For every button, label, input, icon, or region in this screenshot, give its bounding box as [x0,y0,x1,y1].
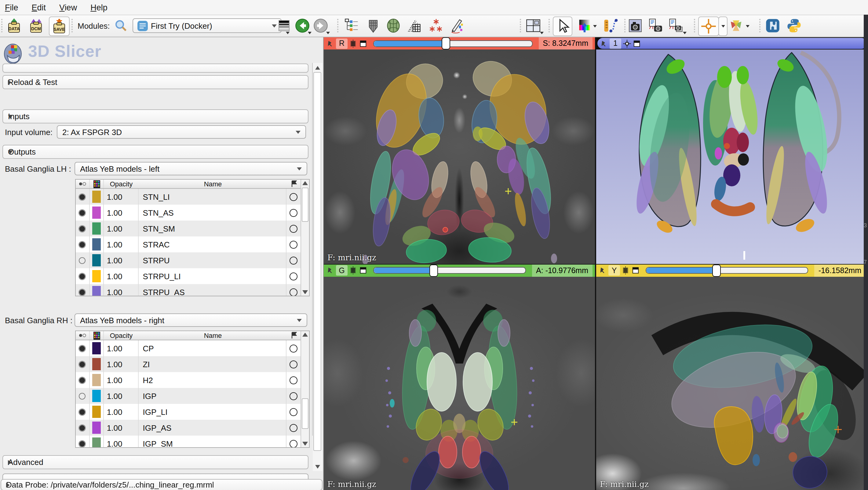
model-name[interactable]: STN_LI [138,189,286,205]
toolbar-grip[interactable] [694,19,698,32]
module-search-button[interactable] [114,17,128,35]
python-console-button[interactable] [785,17,803,35]
color-swatch[interactable] [92,422,101,434]
slice-visibility-icon[interactable] [349,266,357,274]
selection-radio[interactable] [289,439,298,447]
visibility-eye-icon[interactable] [79,392,87,400]
input-volume-selector[interactable]: 2: Ax FSPGR 3D [57,125,306,139]
menu-file[interactable]: File [5,3,18,12]
opacity-value[interactable]: 1.00 [104,356,139,372]
view-menu-icon[interactable] [631,266,640,274]
opacity-value[interactable]: 1.00 [104,205,139,220]
color-swatch[interactable] [92,342,101,355]
data-module-button[interactable] [364,17,382,35]
opacity-value[interactable]: 1.00 [104,340,139,356]
selection-radio[interactable] [289,193,298,201]
color-swatch[interactable] [92,238,101,250]
opacity-value[interactable]: 1.00 [104,220,139,237]
module-selector[interactable]: First Try (Docker) [132,18,282,33]
pin-icon[interactable] [326,266,334,274]
visibility-eye-icon[interactable] [79,376,87,384]
slice-visibility-icon[interactable] [622,266,630,274]
selection-radio[interactable] [289,272,298,280]
table-row[interactable]: 1.00 STN_AS [76,205,301,220]
slice-intersections-button[interactable] [727,17,745,35]
menu-help[interactable]: Help [90,3,107,12]
model-name[interactable]: STRPU_LI [138,268,286,284]
window-level-button[interactable] [576,17,594,35]
selection-radio[interactable] [289,392,298,400]
name-column-header[interactable]: Name [139,180,287,188]
slice-offset-slider[interactable] [373,267,526,274]
forward-dropdown-icon[interactable] [326,32,330,34]
view-menu-icon[interactable] [359,266,367,274]
visibility-column-icon[interactable] [76,180,90,188]
slider-handle[interactable] [429,264,438,276]
data-probe-bar[interactable]: Data Probe: /private/var/folders/z5/...c… [1,479,322,490]
color-column-icon[interactable] [90,331,104,340]
opacity-column-header[interactable]: Opacity [104,180,139,188]
selection-radio[interactable] [289,240,298,248]
menu-view[interactable]: View [59,3,77,12]
table-scrollbar[interactable] [301,331,309,447]
measurement-button[interactable] [601,17,619,35]
flag-column-icon[interactable] [287,331,301,340]
toolbar-grip[interactable] [520,19,524,32]
toolbar-grip[interactable] [337,19,341,32]
visibility-column-icon[interactable] [76,331,90,340]
visibility-eye-icon[interactable] [79,256,87,264]
scene-view-button[interactable] [648,17,663,35]
extensions-manager-button[interactable] [765,17,781,35]
toolbar-grip[interactable] [624,19,628,32]
markups-button[interactable] [427,17,445,35]
pin-icon[interactable] [326,39,334,48]
table-row[interactable]: 1.00 STN_LI [76,189,301,205]
color-swatch[interactable] [92,358,101,370]
flag-column-icon[interactable] [287,180,301,188]
layout-selector-button[interactable] [524,17,542,35]
view-menu-icon[interactable] [633,39,641,48]
visibility-eye-icon[interactable] [79,424,87,432]
color-swatch[interactable] [92,406,101,418]
model-name[interactable]: STRAC [138,237,286,252]
color-swatch[interactable] [92,437,101,447]
scene-view-capture-button[interactable] [667,17,684,35]
visibility-eye-icon[interactable] [79,360,87,368]
selection-radio[interactable] [289,408,298,416]
table-row[interactable]: 1.00 IGP_SM [76,436,301,447]
green-slice-overlay[interactable] [324,276,595,490]
transforms-button[interactable] [405,17,423,35]
toolbar-grip[interactable] [759,19,763,32]
view-menu-icon[interactable] [359,39,367,48]
opacity-value[interactable]: 1.00 [104,237,139,252]
selection-radio[interactable] [289,424,298,432]
model-name[interactable]: CP [138,340,286,356]
selection-radio[interactable] [289,376,298,384]
window-level-dropdown-icon[interactable] [593,25,597,28]
annotations-button[interactable] [447,17,465,35]
color-swatch[interactable] [92,222,101,235]
model-name[interactable]: IGP_SM [138,436,286,447]
color-column-icon[interactable] [90,180,104,188]
selection-radio[interactable] [289,288,298,296]
advanced-section[interactable]: Advanced [2,455,308,469]
toolbar-grip[interactable] [549,19,552,32]
model-name[interactable]: IGP_LI [138,404,286,420]
screenshot-button[interactable] [628,17,643,35]
opacity-column-header[interactable]: Opacity [104,332,139,339]
subject-hierarchy-button[interactable] [343,17,361,35]
back-dropdown-icon[interactable] [308,32,312,34]
visibility-eye-icon[interactable] [79,240,87,248]
visibility-eye-icon[interactable] [79,224,87,233]
table-row[interactable]: 1.00 STRPU_AS [76,284,301,296]
layout-dropdown-icon[interactable] [540,32,544,34]
save-button[interactable]: SAVE [49,17,70,36]
view-label[interactable]: 1 [610,38,621,49]
selection-radio[interactable] [289,256,298,264]
table-row[interactable]: 1.00 STN_SM [76,220,301,237]
slice-offset-slider[interactable] [646,267,808,274]
slice-offset-slider[interactable] [373,40,532,47]
view-label[interactable]: R [336,38,347,49]
visibility-eye-icon[interactable] [79,193,87,201]
selection-radio[interactable] [289,209,298,217]
